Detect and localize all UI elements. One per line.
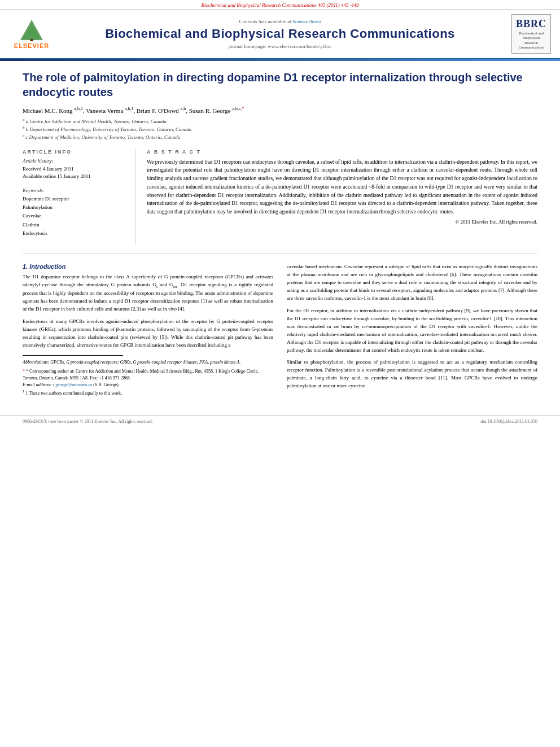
intro-right-para-2: For the D1 receptor, in addition to inte…	[287, 307, 537, 355]
bottom-bar: 0006-291X/$ - see front matter © 2011 El…	[0, 415, 560, 427]
article-info-label: ARTICLE INFO	[23, 149, 127, 155]
keyword-1: Dopamine D1 receptor	[23, 195, 127, 203]
abstract-column: A B S T R A C T We previously determined…	[147, 149, 537, 244]
keyword-2: Palmitoylation	[23, 203, 127, 212]
intro-para-2: Endocytosis of many GPCRs involves agoni…	[23, 318, 273, 350]
section-divider	[23, 254, 537, 254]
article-info-column: ARTICLE INFO Article history: Received 4…	[23, 149, 135, 244]
keyword-3: Caveolae	[23, 212, 127, 220]
body-columns: 1. Introduction The D1 dopamine receptor…	[23, 263, 537, 396]
bbrc-full-name: Biochemical andBiophysicalResearchCommun…	[519, 31, 544, 50]
svg-rect-2	[30, 39, 33, 41]
intro-right-para-1: caveolar based mechanism. Caveolae repre…	[287, 263, 537, 303]
bbrc-letters: BBRC	[516, 18, 546, 30]
footnote-abbreviations: Abbreviations: GPCRs, G protein-coupled …	[23, 359, 273, 366]
keywords-list: Dopamine D1 receptor Palmitoylation Cave…	[23, 195, 127, 238]
article-info-abstract: ARTICLE INFO Article history: Received 4…	[23, 149, 537, 244]
issn-notice: 0006-291X/$ - see front matter © 2011 El…	[23, 419, 153, 424]
email-link[interactable]: s.george@utoronto.ca	[53, 382, 92, 387]
journal-citation: Biochemical and Biophysical Research Com…	[201, 2, 358, 8]
authors-line: Michael M.C. Kong a,b,1, Vaneeta Verma a…	[23, 106, 537, 114]
body-left-column: 1. Introduction The D1 dopamine receptor…	[23, 263, 273, 396]
paper-title: The role of palmitoylation in directing …	[23, 70, 537, 99]
homepage-label: journal homepage: www.elsevier.com/locat…	[229, 43, 332, 49]
footnote-email: E-mail address: s.george@utoronto.ca (S.…	[23, 382, 273, 388]
intro-heading: 1. Introduction	[23, 263, 273, 270]
footnote-divider	[23, 355, 123, 356]
journal-title: Biochemical and Biophysical Research Com…	[54, 27, 506, 41]
keywords-label: Keywords:	[23, 187, 127, 193]
keywords-block: Keywords: Dopamine D1 receptor Palmitoyl…	[23, 187, 127, 238]
elsevier-logo-container: ELSEVIER	[9, 19, 54, 49]
journal-title-block: Contents lists available at ScienceDirec…	[54, 19, 506, 49]
body-right-column: caveolar based mechanism. Caveolae repre…	[287, 263, 537, 396]
contents-label: Contents lists available at	[239, 19, 291, 24]
keyword-5: Endocytosis	[23, 229, 127, 238]
affiliation-c: c c Department of Medicine, University o…	[23, 133, 537, 140]
copyright-notice: © 2011 Elsevier Inc. All rights reserved…	[147, 219, 537, 226]
contents-line: Contents lists available at ScienceDirec…	[54, 19, 506, 24]
bbrc-logo-container: BBRC Biochemical andBiophysicalResearchC…	[506, 14, 551, 54]
available-date: Available online 15 January 2011	[23, 173, 127, 181]
received-date: Received 4 January 2011	[23, 165, 127, 173]
sciencedirect-link[interactable]: ScienceDirect	[292, 19, 321, 24]
footnote-equal-contrib: 1 1 These two authors contributed equall…	[23, 388, 273, 397]
keyword-4: Clathrin	[23, 221, 127, 229]
history-label: Article history:	[23, 158, 127, 164]
elsevier-tree-icon	[15, 19, 49, 41]
abstract-text: We previously determined that D1 recepto…	[147, 158, 537, 226]
doi-notice: doi:10.1016/j.bbrc.2011.01.050	[480, 419, 537, 424]
footnote-corresponding: * * Corresponding author at: Centre for …	[23, 368, 273, 382]
intro-right-para-3: Similar to phosphorylation, the process …	[287, 359, 537, 390]
intro-para-1: The D1 dopamine receptor belongs to the …	[23, 273, 273, 313]
bbrc-logo: BBRC Biochemical andBiophysicalResearchC…	[511, 14, 551, 54]
svg-marker-1	[23, 23, 41, 39]
abstract-label: A B S T R A C T	[147, 149, 537, 155]
affiliation-b: b b Department of Pharmacology, Universi…	[23, 125, 537, 132]
elsevier-wordmark: ELSEVIER	[14, 42, 49, 49]
article-history-block: Article history: Received 4 January 2011…	[23, 158, 127, 181]
journal-header: ELSEVIER Contents lists available at Sci…	[0, 10, 560, 59]
homepage-line: journal homepage: www.elsevier.com/locat…	[54, 43, 506, 49]
affiliation-a: a a Centre for Addiction and Mental Heal…	[23, 117, 537, 124]
main-content: The role of palmitoylation in directing …	[0, 61, 560, 406]
journal-citation-bar: Biochemical and Biophysical Research Com…	[0, 0, 560, 10]
